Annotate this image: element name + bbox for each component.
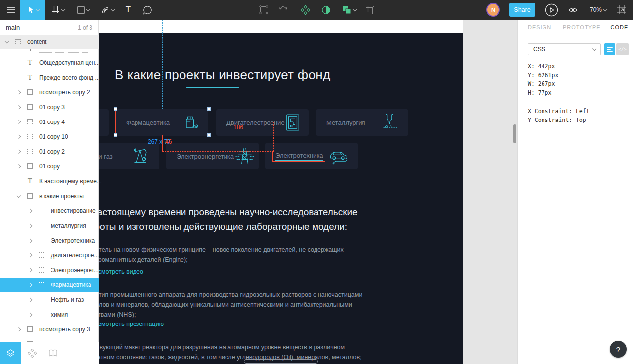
card-oil-gas[interactable]: Нефть и газ — [99, 143, 159, 169]
paragraph-3[interactable]: Действующий макет реактора для разрушени… — [99, 342, 362, 362]
chevron-right-icon[interactable] — [28, 283, 32, 287]
layer-row-selected[interactable]: Фармацевтика — [0, 278, 99, 292]
card-engine[interactable]: Двигателестроение — [216, 109, 309, 136]
design-frame[interactable]: В какие проекты инвестирует фонд Фармаце… — [99, 33, 463, 364]
layer-row-frame[interactable]: в какие проекты — [0, 189, 99, 203]
crop-button[interactable] — [364, 0, 377, 20]
chevron-down-icon[interactable] — [17, 194, 21, 198]
layer-row-clipped-bottom[interactable] — [0, 337, 99, 342]
layer-row-frame[interactable]: посмотреть copy 2 — [0, 85, 99, 100]
selection-handle-nw[interactable] — [114, 107, 117, 111]
card-power[interactable]: Электроэнергетика — [166, 143, 259, 169]
layer-row-clipped-top[interactable] — [0, 49, 99, 55]
canvas-vertical-scrollbar[interactable] — [513, 124, 516, 143]
layer-row-text[interactable]: T Общедоступная цен... — [0, 55, 99, 70]
layer-row-frame[interactable]: химия — [0, 307, 99, 322]
paragraph-2[interactable]: Прототип промышленного аппарата для прои… — [99, 290, 362, 320]
selection-handle-sw[interactable] — [114, 133, 117, 137]
shape-tool-button[interactable] — [73, 0, 93, 20]
chevron-right-icon[interactable] — [28, 253, 32, 257]
layer-row-frame[interactable]: металлургия — [0, 218, 99, 233]
create-component-button[interactable] — [299, 0, 312, 20]
move-tool-button[interactable] — [20, 0, 45, 20]
main-menu-button[interactable] — [4, 0, 18, 20]
layer-row-content[interactable]: content — [0, 35, 99, 49]
chevron-right-icon[interactable] — [17, 327, 21, 331]
use-as-mask-button[interactable] — [319, 0, 332, 20]
layer-row-frame[interactable]: 01 copy 2 — [0, 144, 99, 159]
design-heading[interactable]: В какие проекты инвестирует фонд — [115, 67, 330, 82]
selection-handle-ne[interactable] — [207, 107, 211, 111]
edit-object-button[interactable] — [257, 0, 270, 20]
library-tab[interactable] — [43, 342, 64, 364]
tab-design[interactable]: DESIGN — [528, 24, 551, 30]
text-tool-button[interactable]: T — [122, 0, 135, 20]
chevron-right-icon[interactable] — [17, 90, 21, 94]
section-heading[interactable]: К настоящему времени проведены научно-ис… — [99, 205, 358, 234]
hover-target-outline — [272, 151, 325, 162]
rotate-icon — [278, 5, 288, 15]
chevron-right-icon[interactable] — [17, 150, 21, 154]
layer-row-frame[interactable]: 01 copy 10 — [0, 129, 99, 144]
chevron-right-icon[interactable] — [28, 313, 32, 317]
help-button[interactable]: ? — [610, 341, 627, 358]
frame-icon — [27, 104, 33, 110]
user-avatar[interactable]: N — [485, 0, 501, 20]
page-header[interactable]: main 1 of 3 — [0, 20, 98, 35]
selection-box[interactable] — [115, 109, 209, 135]
layer-row-text[interactable]: T Прежде всего фонд ... — [0, 70, 99, 85]
link-watch-presentation[interactable]: посмотреть презентацию — [99, 321, 164, 327]
crop-icon — [366, 5, 375, 14]
zoom-level-dropdown[interactable]: 70% — [588, 0, 609, 20]
chevron-right-icon[interactable] — [28, 209, 32, 213]
layers-tab[interactable] — [0, 342, 21, 364]
chevron-right-icon[interactable] — [17, 135, 21, 139]
rotate-button[interactable] — [277, 0, 290, 20]
comment-bubble-icon — [143, 5, 152, 15]
zoom-to-fit-button[interactable] — [615, 0, 629, 20]
layer-row-text[interactable]: T К настоящему време... — [0, 174, 99, 189]
components-tab[interactable] — [21, 342, 43, 364]
share-button[interactable]: Share — [509, 3, 535, 17]
chevron-right-icon[interactable] — [28, 298, 32, 302]
frame-icon — [39, 238, 44, 243]
layer-row-frame[interactable]: 01 copy — [0, 159, 99, 174]
chevron-right-icon[interactable] — [28, 268, 32, 272]
layer-row-frame[interactable]: инвестирование — [0, 203, 99, 218]
raw-code-button[interactable]: </> — [616, 43, 629, 55]
pretty-view-button[interactable] — [604, 43, 615, 55]
paragraph-1[interactable]: Двигатель на новом физическом принципе –… — [99, 245, 344, 265]
pen-tool-button[interactable] — [97, 0, 117, 20]
page-indicator: 1 of 3 — [78, 24, 92, 31]
layer-row-frame[interactable]: Нефть и газ — [0, 292, 99, 307]
tab-code[interactable]: CODE — [605, 20, 633, 35]
canvas-horizontal-scrollbar[interactable] — [244, 359, 318, 364]
layer-row-frame[interactable]: посмотреть copy 3 — [0, 322, 99, 337]
layer-row-frame[interactable]: Электротехника — [0, 233, 99, 248]
link-watch-video[interactable]: посмотреть видео — [99, 268, 143, 275]
layer-row-frame[interactable]: двигателестрое... — [0, 248, 99, 263]
chevron-down-icon — [603, 7, 607, 11]
chevron-right-icon[interactable] — [17, 105, 21, 109]
selection-handle-se[interactable] — [207, 133, 211, 137]
chevron-right-icon[interactable] — [28, 239, 32, 243]
code-language-select[interactable]: CSS — [528, 43, 601, 55]
chevron-right-icon[interactable] — [17, 164, 21, 168]
layer-row-frame[interactable]: 01 copy 4 — [0, 115, 99, 129]
oil-pump-icon — [132, 146, 151, 166]
layer-row-frame[interactable]: 01 copy 3 — [0, 100, 99, 115]
chevron-right-icon[interactable] — [28, 224, 32, 228]
frame-tool-button[interactable] — [48, 0, 68, 20]
tab-prototype[interactable]: PROTOTYPE — [563, 24, 601, 30]
comment-tool-button[interactable] — [140, 0, 155, 20]
card-metallurgy[interactable]: Металлургия — [316, 109, 408, 136]
chevron-right-icon[interactable] — [17, 120, 21, 124]
chevron-down-icon[interactable] — [5, 40, 9, 43]
canvas[interactable]: В какие проекты инвестирует фонд Фармаце… — [99, 20, 517, 364]
card-partial-left[interactable] — [99, 109, 109, 136]
present-button[interactable] — [544, 0, 558, 20]
observation-mode-button[interactable] — [567, 0, 578, 20]
layer-row-frame[interactable]: Электроэнергет... — [0, 263, 99, 278]
boolean-groups-button[interactable] — [339, 0, 359, 20]
frame-tool-icon — [52, 6, 60, 14]
